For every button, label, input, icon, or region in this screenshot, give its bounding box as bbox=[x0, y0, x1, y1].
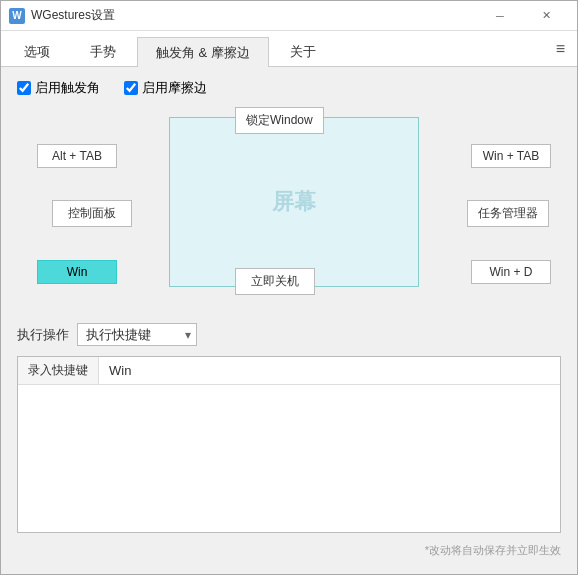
tabs-bar: 选项 手势 触发角 & 摩擦边 关于 ≡ bbox=[1, 31, 577, 67]
tab-gestures[interactable]: 手势 bbox=[71, 36, 135, 66]
title-bar-left: W WGestures设置 bbox=[9, 7, 115, 24]
screen-rect bbox=[169, 117, 419, 287]
btn-mid-left[interactable]: 控制面板 bbox=[52, 200, 132, 227]
btn-top-left[interactable]: Alt + TAB bbox=[37, 144, 117, 168]
shortcut-input-label: 录入快捷键 bbox=[18, 357, 99, 384]
title-controls: ─ ✕ bbox=[477, 1, 569, 31]
content-area: 启用触发角 启用摩擦边 屏幕 Alt + TAB 锁定Window Win + … bbox=[1, 67, 577, 574]
minimize-button[interactable]: ─ bbox=[477, 1, 523, 31]
shortcut-input-row: 录入快捷键 Win bbox=[18, 357, 560, 385]
main-window: W WGestures设置 ─ ✕ 选项 手势 触发角 & 摩擦边 关于 ≡ bbox=[0, 0, 578, 575]
trigger-corner-input[interactable] bbox=[17, 81, 31, 95]
app-icon: W bbox=[9, 8, 25, 24]
tab-about[interactable]: 关于 bbox=[271, 36, 335, 66]
btn-bottom-center[interactable]: 立即关机 bbox=[235, 268, 315, 295]
action-label: 执行操作 bbox=[17, 326, 69, 344]
btn-bottom-right[interactable]: Win + D bbox=[471, 260, 551, 284]
btn-mid-right[interactable]: 任务管理器 bbox=[467, 200, 549, 227]
action-select-wrapper: 执行快捷键 启动程序 打开网址 无操作 bbox=[77, 323, 197, 346]
friction-edge-checkbox[interactable]: 启用摩擦边 bbox=[124, 79, 207, 97]
friction-edge-input[interactable] bbox=[124, 81, 138, 95]
close-button[interactable]: ✕ bbox=[523, 1, 569, 31]
trigger-corner-checkbox[interactable]: 启用触发角 bbox=[17, 79, 100, 97]
btn-top-right[interactable]: Win + TAB bbox=[471, 144, 551, 168]
shortcut-value[interactable]: Win bbox=[99, 358, 560, 383]
tab-hotcorner[interactable]: 触发角 & 摩擦边 bbox=[137, 37, 269, 67]
hotcorner-area: 屏幕 Alt + TAB 锁定Window Win + TAB 控制面板 任务管… bbox=[17, 107, 561, 307]
tab-options[interactable]: 选项 bbox=[5, 36, 69, 66]
btn-top-center[interactable]: 锁定Window bbox=[235, 107, 324, 134]
action-row: 执行操作 执行快捷键 启动程序 打开网址 无操作 bbox=[17, 323, 561, 346]
btn-bottom-left[interactable]: Win bbox=[37, 260, 117, 284]
action-select[interactable]: 执行快捷键 启动程序 打开网址 无操作 bbox=[77, 323, 197, 346]
title-bar: W WGestures设置 ─ ✕ bbox=[1, 1, 577, 31]
checkboxes-row: 启用触发角 启用摩擦边 bbox=[17, 79, 561, 97]
shortcut-box: 录入快捷键 Win bbox=[17, 356, 561, 533]
window-title: WGestures设置 bbox=[31, 7, 115, 24]
menu-button[interactable]: ≡ bbox=[548, 36, 573, 62]
footer-note: *改动将自动保存并立即生效 bbox=[17, 543, 561, 562]
